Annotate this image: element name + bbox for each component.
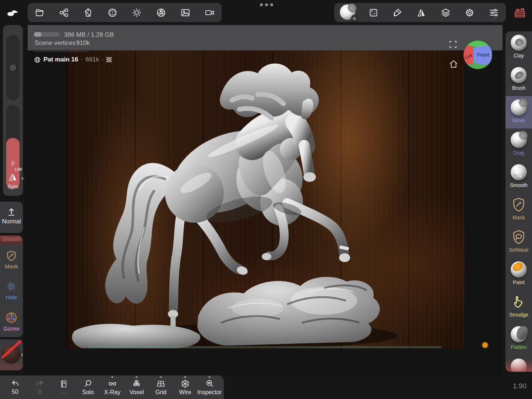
- left-tools-panel: Smooth Mask Hide Gizmo: [0, 236, 23, 337]
- voxel-button[interactable]: Voxel: [124, 375, 149, 399]
- mask-shield-icon: [511, 197, 526, 213]
- stroke-normal-button[interactable]: Normal: [0, 202, 23, 233]
- topology-more-dots: ···: [86, 17, 91, 21]
- memory-usage-text: 386 MB / 1.28 GB: [64, 31, 114, 39]
- sym-expand-arrow-icon[interactable]: [22, 177, 24, 180]
- material-expand-arrow-icon[interactable]: [21, 353, 23, 357]
- nomad-logo-icon[interactable]: [6, 7, 20, 17]
- xray-button[interactable]: X-Ray: [100, 375, 124, 399]
- nav-front-label: Front: [477, 52, 489, 58]
- wireframe-icon: [180, 379, 190, 388]
- tool-mask[interactable]: Mask: [505, 193, 532, 226]
- light-handle-icon[interactable]: [482, 342, 488, 348]
- stamp-icon[interactable]: ···: [366, 4, 381, 21]
- camera-icon[interactable]: [202, 4, 217, 21]
- solo-magnifier-icon: [84, 379, 93, 388]
- paint-ball-icon: [511, 261, 527, 278]
- grid-caret-icon: [159, 376, 162, 378]
- clay-ball-icon: [511, 35, 527, 51]
- solo-button[interactable]: Solo: [76, 375, 100, 399]
- brush-sliders-panel: L/W Sym: [3, 25, 23, 196]
- grid-button[interactable]: Grid: [149, 375, 173, 399]
- toolbar-left: ···: [28, 3, 222, 22]
- background-icon[interactable]: [178, 4, 193, 21]
- wire-button[interactable]: Wire: [173, 375, 197, 399]
- layers-icon[interactable]: [438, 4, 453, 21]
- xray-caret-icon: [111, 376, 114, 378]
- paint-all-icon[interactable]: [390, 4, 405, 21]
- redo-button[interactable]: 0: [27, 375, 52, 399]
- voxel-icon: [132, 379, 141, 388]
- background-image: [66, 50, 465, 349]
- tool-smooth[interactable]: Smooth: [505, 161, 532, 193]
- interface-more-dots: ···: [492, 17, 496, 21]
- zoom-level-value: 1.90: [513, 382, 526, 390]
- tool-mask-left[interactable]: Mask: [0, 244, 23, 275]
- bottom-toolbar: 50 0 ··· Solo X-Ray: [0, 375, 224, 399]
- xray-glasses-icon: [108, 379, 117, 388]
- inspector-button[interactable]: Inspector: [197, 375, 222, 399]
- memory-progress-bar: [34, 32, 60, 37]
- toolbox-icon[interactable]: [513, 6, 526, 19]
- inspector-icon: [205, 379, 214, 388]
- home-icon[interactable]: [449, 59, 458, 69]
- fullscreen-icon[interactable]: [448, 40, 458, 49]
- stamp-more-dots: ···: [371, 17, 376, 21]
- mask-shield-icon: [6, 250, 17, 262]
- radius-slider[interactable]: [6, 35, 20, 100]
- tool-selmask[interactable]: SelMask: [505, 226, 532, 258]
- history-button[interactable]: ···: [52, 375, 76, 399]
- material-toggle-card[interactable]: [0, 339, 23, 370]
- tool-move[interactable]: Move: [505, 96, 532, 128]
- sym-label: Sym: [3, 183, 23, 190]
- tool-smudge[interactable]: Smudge: [505, 290, 532, 323]
- notebook-icon: [59, 379, 68, 389]
- sym-icon: [7, 172, 18, 182]
- interface-sliders-icon[interactable]: ···: [486, 4, 501, 21]
- layer-vertex-count: 661k: [85, 56, 99, 63]
- tool-drag[interactable]: Drag: [505, 128, 532, 161]
- separator-dashed: [34, 51, 88, 52]
- tool-smooth-clipped[interactable]: Smooth: [0, 236, 23, 244]
- topology-icon[interactable]: ···: [81, 4, 96, 21]
- undo-icon: [11, 380, 20, 388]
- scene-graph-icon[interactable]: [57, 4, 71, 21]
- hide-dotted-icon: [5, 281, 18, 293]
- symmetry-toggle[interactable]: L/W Sym: [3, 164, 23, 196]
- material-icon[interactable]: [105, 4, 120, 21]
- post-process-icon[interactable]: [154, 4, 168, 21]
- smudge-hand-icon: [511, 294, 526, 310]
- normal-label: Normal: [0, 218, 23, 225]
- tool-flatten[interactable]: Flatten: [505, 323, 532, 355]
- tool-preview-button[interactable]: [339, 4, 357, 21]
- scene-vertices-value: 910k: [76, 39, 90, 47]
- undo-button[interactable]: 50: [3, 375, 27, 399]
- nav-orientation-sphere[interactable]: Left Front: [463, 40, 493, 70]
- active-layer-row[interactable]: Pat main 16 · 661k ·: [34, 56, 112, 63]
- settings-gear-icon[interactable]: [462, 4, 477, 21]
- wire-caret-icon: [184, 376, 187, 378]
- grid-icon: [156, 379, 166, 388]
- lighting-icon[interactable]: [129, 4, 144, 21]
- viewport-3d[interactable]: 386 MB / 1.28 GB Scene vertices : 910k P…: [25, 25, 503, 375]
- tool-hide[interactable]: Hide: [0, 275, 23, 306]
- tool-next-partial[interactable]: [505, 355, 532, 372]
- window-drag-handle-icon[interactable]: [260, 3, 273, 6]
- smooth-ball-icon: [511, 164, 527, 180]
- radius-icon: [9, 64, 17, 71]
- horse-sculpture: [66, 50, 465, 349]
- tool-brush[interactable]: Brush: [505, 64, 532, 96]
- tool-clay[interactable]: Clay: [505, 31, 532, 64]
- history-more-dots: ···: [61, 390, 66, 396]
- gizmo-icon: [5, 311, 18, 324]
- sym-mode-label: L/W: [15, 167, 22, 172]
- inspector-caret-icon: [208, 376, 211, 378]
- tool-paint[interactable]: Paint: [505, 258, 532, 290]
- tool-gizmo[interactable]: Gizmo: [0, 306, 23, 337]
- tool-list-panel: Clay Brush Move Drag Smooth Mask SelMask…: [505, 31, 532, 372]
- files-icon[interactable]: [32, 4, 47, 21]
- partial-ball-icon: [511, 359, 527, 372]
- symmetry-icon[interactable]: [414, 4, 429, 21]
- normal-arrow-icon: [6, 207, 17, 217]
- checker-icon: [106, 57, 112, 63]
